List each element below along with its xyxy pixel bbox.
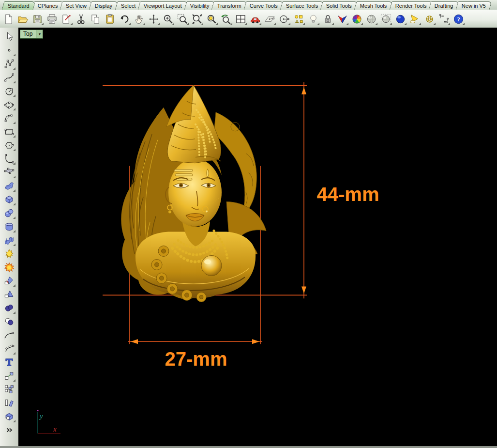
select-arrow-icon[interactable] [2,30,16,43]
set-cplane-icon[interactable] [277,12,291,26]
options-gear-icon[interactable] [422,12,436,26]
polyline-icon[interactable] [2,57,16,70]
surface-curved-icon[interactable] [2,179,16,192]
zoom-selected-icon[interactable] [205,12,218,26]
tab-label: Surface Tools [286,2,318,10]
render-sphere-icon[interactable] [364,12,378,26]
axis-x-label: x [53,425,57,433]
dimension-horizontal-label: 27-mm [165,348,227,370]
tab-label: Visibility [190,2,210,10]
circle-icon[interactable] [2,84,16,97]
puzzle-icon[interactable] [2,247,16,260]
render-icon[interactable] [335,12,349,26]
tab-standard[interactable]: Standard [2,1,36,10]
viewport-layout-icon[interactable] [234,12,247,26]
undo-icon[interactable] [118,12,131,26]
detail-sphere-icon[interactable] [379,12,392,26]
chevron-down-icon[interactable]: ▼ [36,30,43,38]
split-icon[interactable] [2,288,16,301]
sphere-icon[interactable] [2,206,16,219]
axis-indicator: y x [37,410,61,433]
more-tools-icon[interactable] [2,423,16,436]
shear-icon[interactable] [2,396,16,409]
open-folder-icon[interactable] [16,12,30,26]
ellipse-icon[interactable] [2,98,16,111]
tab-label: Standard [8,2,30,10]
tab-surface-tools[interactable]: Surface Tools [280,1,324,10]
viewport-top[interactable]: Top ▼ [18,28,497,446]
zoom-undo-icon[interactable] [219,12,233,26]
rotate-view-icon[interactable] [147,12,160,26]
offset-curve-icon[interactable] [2,342,16,355]
dimension-vertical-label: 44-mm [317,184,379,205]
tab-viewport-layout[interactable]: Viewport Layout [138,1,188,10]
named-views-icon[interactable] [248,12,262,26]
move-copy-icon[interactable] [2,369,16,382]
tab-label: Select [120,2,136,10]
save-icon[interactable] [30,12,44,26]
cylinder-icon[interactable] [2,220,16,233]
cage-edit-icon[interactable] [2,410,16,423]
box-icon[interactable] [2,193,16,206]
lights-icon[interactable] [306,12,320,26]
copy-icon[interactable] [89,12,102,26]
tab-cplanes[interactable]: CPlanes [31,1,63,10]
point-icon[interactable] [2,44,16,57]
zoom-window-icon[interactable] [176,12,189,26]
tab-label: Mesh Tools [360,2,387,10]
viewport-canvas[interactable]: 44-mm 27-mm y x [18,28,497,446]
viewport-title-tab[interactable]: Top ▼ [20,30,43,39]
tab-drafting[interactable]: Drafting [429,1,459,10]
paste-icon[interactable] [103,12,117,26]
zoom-dynamic-icon[interactable] [161,12,175,26]
tab-label: New in V5 [462,2,486,10]
tab-mesh-tools[interactable]: Mesh Tools [354,1,393,10]
array-icon[interactable] [2,383,16,396]
spotlight-icon[interactable] [408,12,422,26]
trim-icon[interactable] [2,274,16,287]
pan-icon[interactable] [132,12,146,26]
new-file-icon[interactable] [1,12,15,26]
tab-display[interactable]: Display [89,1,119,10]
tab-label: Drafting [435,2,453,10]
curve-icon[interactable] [2,71,16,84]
zoom-extents-icon[interactable] [190,12,204,26]
tab-label: CPlanes [38,2,58,10]
tab-transform[interactable]: Transform [211,1,248,10]
tab-new-in-v5[interactable]: New in V5 [456,1,492,10]
viewport-title[interactable]: Top [20,30,36,38]
lock-icon[interactable] [321,12,334,26]
tab-render-tools[interactable]: Render Tools [389,1,432,10]
svg-text:?: ? [457,15,460,22]
model-gold-pendant[interactable] [121,85,266,302]
text-icon[interactable] [2,355,16,369]
explode-icon[interactable] [2,261,16,274]
cut-icon[interactable] [74,12,88,26]
export-page-icon[interactable] [60,12,73,26]
tab-curve-tools[interactable]: Curve Tools [244,1,284,10]
boolean-difference-icon[interactable] [2,315,16,328]
axis-y-label: y [39,412,43,420]
color-wheel-icon[interactable] [350,12,363,26]
window-edge-bottom [0,446,497,448]
dimension-icon[interactable] [437,12,451,26]
arc-icon[interactable] [2,111,16,124]
print-icon[interactable] [45,12,59,26]
toolbar-tab-bar: StandardCPlanesSet ViewDisplaySelectView… [0,0,497,10]
surface-grid-icon[interactable] [2,166,16,179]
patch-icon[interactable] [2,233,16,247]
polygon-icon[interactable] [2,139,16,152]
tab-label: Transform [217,2,241,10]
boolean-union-icon[interactable] [2,301,16,314]
selection-filter-icon[interactable] [292,12,305,26]
help-icon[interactable]: ? [452,12,465,26]
extend-curve-icon[interactable] [2,328,16,341]
fillet-corner-icon[interactable] [2,152,16,165]
standard-toolbar: ? [0,10,497,28]
cplane-icon[interactable] [263,12,276,26]
tab-set-view[interactable]: Set View [60,1,93,10]
tab-visibility[interactable]: Visibility [184,1,215,10]
rectangle-icon[interactable] [2,125,16,138]
tab-solid-tools[interactable]: Solid Tools [320,1,358,10]
shaded-sphere-icon[interactable] [393,12,407,26]
